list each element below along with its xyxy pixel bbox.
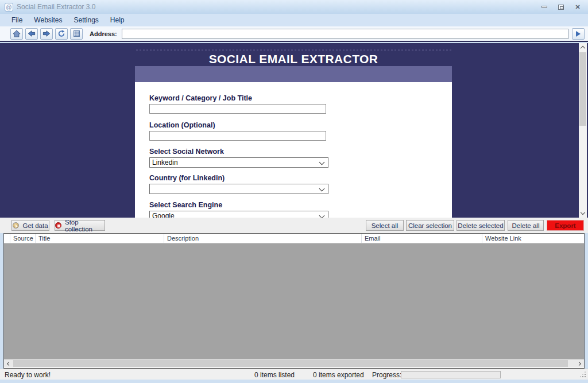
statusbar: Ready to work! 0 items listed 0 items ex… <box>0 369 588 380</box>
resize-grip[interactable] <box>585 376 586 377</box>
chevron-down-icon <box>319 160 325 165</box>
table-horizontal-scrollbar[interactable] <box>4 359 584 367</box>
items-listed-count: 0 items listed <box>254 371 295 379</box>
location-input[interactable] <box>149 131 326 141</box>
minimize-button[interactable] <box>540 3 549 10</box>
country-select[interactable] <box>149 184 328 194</box>
stop-collection-label: Stop collection <box>65 219 105 233</box>
stop-collection-button[interactable]: Stop collection <box>55 220 105 231</box>
table-body-empty <box>4 243 584 359</box>
menu-settings[interactable]: Settings <box>68 14 104 26</box>
pages-icon <box>74 30 80 37</box>
column-description[interactable]: Description <box>164 234 362 243</box>
network-label: Select Social Network <box>149 148 328 156</box>
horizontal-scrollbar-thumb[interactable] <box>13 360 568 367</box>
refresh-button[interactable] <box>55 28 68 40</box>
play-icon <box>13 222 19 229</box>
scroll-left-button[interactable] <box>4 359 13 367</box>
keyword-field-group: Keyword / Category / Job Title <box>149 94 328 114</box>
engine-label: Select Search Engine <box>149 201 328 209</box>
menu-websites[interactable]: Websites <box>28 14 68 26</box>
network-select-value: Linkedin <box>152 158 178 167</box>
minimize-icon <box>541 6 547 8</box>
stop-icon <box>55 222 61 229</box>
back-icon <box>28 30 36 37</box>
viewport-vertical-scrollbar[interactable] <box>579 43 587 218</box>
country-label: Country (for Linkedin) <box>149 174 328 182</box>
location-label: Location (Optional) <box>149 121 328 129</box>
chevron-down-icon <box>319 186 325 192</box>
form-panel: Keyword / Category / Job Title Location … <box>135 82 452 218</box>
progress-label: Progress: <box>372 371 401 379</box>
delete-all-button[interactable]: Delete all <box>508 220 544 231</box>
browser-toolbar: Address: <box>0 26 588 42</box>
maximize-icon <box>558 5 564 10</box>
window-controls: ✕ <box>540 3 582 10</box>
action-bar: Get data Stop collection Select all Clea… <box>0 218 588 233</box>
engine-select-value: Google <box>152 212 175 218</box>
column-website-link[interactable]: Website Link <box>482 234 584 243</box>
progress-bar <box>401 371 501 378</box>
chevron-down-icon <box>581 210 585 215</box>
location-field-group: Location (Optional) <box>149 121 328 141</box>
window-title: Social Email Extractor 3.0 <box>17 3 95 11</box>
menu-file[interactable]: File <box>6 14 28 26</box>
maximize-button[interactable] <box>556 3 566 10</box>
chevron-left-icon <box>7 361 11 365</box>
get-data-label: Get data <box>22 222 48 229</box>
vertical-scrollbar-thumb[interactable] <box>579 52 586 126</box>
select-all-button[interactable]: Select all <box>366 220 404 231</box>
get-data-button[interactable]: Get data <box>11 220 49 231</box>
country-field-group: Country (for Linkedin) <box>149 174 328 194</box>
close-button[interactable]: ✕ <box>573 3 582 10</box>
export-button[interactable]: Export <box>547 220 584 231</box>
column-title[interactable]: Title <box>36 234 164 243</box>
go-button[interactable] <box>572 28 585 40</box>
clear-selection-button[interactable]: Clear selection <box>406 220 454 231</box>
network-select[interactable]: Linkedin <box>149 157 328 168</box>
back-button[interactable] <box>25 28 38 40</box>
page-title: SOCIAL EMAIL EXTRACTOR <box>135 52 452 66</box>
column-email[interactable]: Email <box>362 234 482 243</box>
browser-viewport: SOCIAL EMAIL EXTRACTOR Keyword / Categor… <box>0 43 588 218</box>
chevron-up-icon <box>581 46 585 51</box>
close-icon: ✕ <box>575 4 580 10</box>
items-exported-count: 0 items exported <box>313 371 364 379</box>
chevron-down-icon <box>319 213 325 218</box>
home-icon <box>13 30 21 37</box>
engine-field-group: Select Search Engine Google <box>149 201 328 218</box>
titlebar: @ Social Email Extractor 3.0 ✕ <box>0 0 588 14</box>
forward-button[interactable] <box>40 28 53 40</box>
header-band <box>135 66 452 82</box>
refresh-icon <box>57 30 65 37</box>
engine-select[interactable]: Google <box>149 211 328 218</box>
home-button[interactable] <box>10 28 23 40</box>
go-icon <box>575 30 582 37</box>
scroll-up-button[interactable] <box>579 43 587 52</box>
keyword-input[interactable] <box>149 104 326 114</box>
column-source[interactable]: Source <box>10 234 36 243</box>
menu-help[interactable]: Help <box>105 14 130 26</box>
chevron-right-icon <box>577 361 581 365</box>
address-input[interactable] <box>122 29 568 39</box>
decorative-stripe <box>136 49 452 51</box>
delete-selected-button[interactable]: Delete selected <box>457 220 505 231</box>
network-field-group: Select Social Network Linkedin <box>149 148 328 168</box>
pages-button[interactable] <box>70 28 83 40</box>
results-table: Source Title Description Email Website L… <box>3 233 585 369</box>
table-header: Source Title Description Email Website L… <box>4 234 584 243</box>
column-selector[interactable] <box>4 234 10 243</box>
forward-icon <box>42 30 51 37</box>
address-label: Address: <box>90 30 117 37</box>
status-text: Ready to work! <box>5 371 51 379</box>
keyword-label: Keyword / Category / Job Title <box>149 94 328 102</box>
scroll-right-button[interactable] <box>575 359 584 367</box>
menubar: File Websites Settings Help <box>0 14 588 26</box>
app-icon: @ <box>5 3 13 11</box>
scroll-down-button[interactable] <box>579 209 587 218</box>
